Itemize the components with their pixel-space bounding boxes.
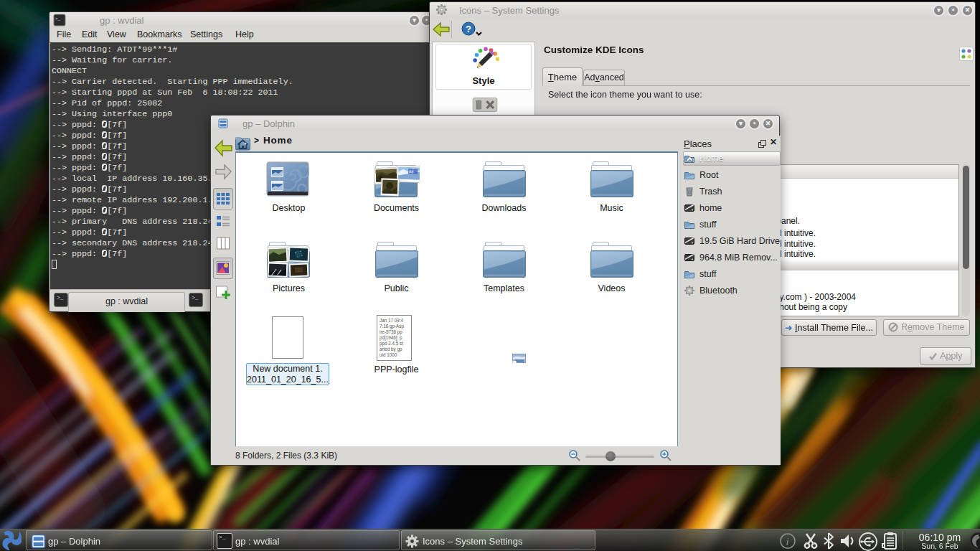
svg-text:?: ? xyxy=(466,24,471,34)
svg-text:i: i xyxy=(786,536,788,547)
svg-text:>_: >_ xyxy=(55,17,61,22)
svg-text:88: 88 xyxy=(409,169,413,174)
